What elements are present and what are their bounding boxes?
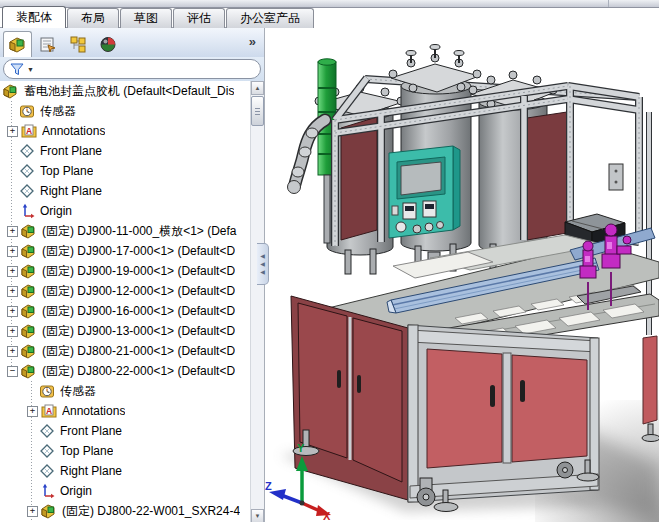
tree-item[interactable]: +(固定) DJ900-16-000<1> (Default<D (0, 301, 251, 321)
tree-item-label: (固定) DJ900-19-000<1> (Default<D (42, 263, 235, 280)
expand-icon[interactable]: + (7, 346, 18, 357)
tree-item-label: (固定) DJ900-11-000_横放<1> (Defa (42, 223, 237, 240)
tree-item-label: Front Plane (40, 144, 102, 158)
tree-item-label: Annotations (62, 404, 125, 418)
machine-model[interactable]: Y Z X (265, 0, 659, 522)
tree-item[interactable]: +(固定) DJ900-11-000_横放<1> (Defa (0, 221, 251, 241)
expand-icon[interactable]: + (7, 246, 18, 257)
tab-office-products[interactable]: 办公室产品 (226, 8, 314, 28)
tree-item[interactable]: Top Plane (0, 441, 251, 461)
tree-item-label: Top Plane (40, 164, 93, 178)
tree-item-label: Origin (60, 484, 92, 498)
expand-icon[interactable]: + (7, 226, 18, 237)
tree-item[interactable]: +(固定) DJ800-22-W001_SXR24-4 (0, 501, 251, 521)
sensor-icon (19, 103, 36, 119)
tree-item-label: Right Plane (40, 184, 102, 198)
panel-splitter-handle[interactable]: ◀◀◀ (257, 243, 269, 285)
panel-tab-bar: » (0, 28, 264, 57)
assembly-icon (21, 323, 38, 339)
triad-z-label: Z (265, 480, 272, 492)
scroll-thumb[interactable] (251, 96, 264, 126)
tree-item-label: 传感器 (60, 383, 96, 400)
tree-item[interactable]: +(固定) DJ900-12-000<1> (Default<D (0, 281, 251, 301)
control-panel[interactable] (389, 146, 460, 238)
tree-item[interactable]: Front Plane (0, 141, 251, 161)
tree-item-label: Annotations (42, 124, 105, 138)
feature-tree: 蓄电池封盖点胶机 (Default<Default_Dis传感器+AAnnota… (0, 81, 264, 522)
tree-item[interactable]: 传感器 (0, 381, 251, 401)
expand-icon[interactable]: + (7, 306, 18, 317)
plane-icon (39, 463, 56, 479)
annotations-icon: A (21, 123, 38, 139)
tree-item[interactable]: Front Plane (0, 421, 251, 441)
annotations-icon: A (41, 403, 58, 419)
tab-sketch[interactable]: 草图 (120, 8, 172, 28)
tree-item[interactable]: 传感器 (0, 101, 251, 121)
propertymanager-icon[interactable] (33, 31, 62, 57)
assembly-icon (21, 303, 38, 319)
expand-icon[interactable]: + (7, 286, 18, 297)
tab-layout[interactable]: 布局 (67, 8, 119, 28)
tree-item[interactable]: +AAnnotations (0, 121, 251, 141)
assembly-icon (21, 243, 38, 259)
assembly-icon (3, 83, 20, 99)
expand-icon[interactable]: + (7, 126, 18, 137)
featuremanager-panel: » ▼ 蓄电池封盖点胶机 (Default<Default_Dis传感器+AAn… (0, 27, 265, 522)
tree-item-label: 传感器 (40, 103, 76, 120)
tab-assembly[interactable]: 装配体 (2, 6, 66, 28)
expand-icon[interactable]: + (7, 326, 18, 337)
tree-item[interactable]: Right Plane (0, 181, 251, 201)
tree-item-label: (固定) DJ900-12-000<1> (Default<D (42, 283, 235, 300)
origin-icon (19, 203, 36, 219)
tree-item-label: Top Plane (60, 444, 113, 458)
assembly-icon (21, 223, 38, 239)
tree-scrollbar[interactable]: ▲ ▼ (250, 81, 264, 522)
assembly-icon (41, 503, 58, 519)
filter-dropdown-arrow[interactable]: ▼ (27, 66, 34, 73)
displaymanager-icon[interactable] (93, 31, 122, 57)
tree-filter-input[interactable]: ▼ (3, 59, 261, 79)
tree-item-label: (固定) DJ900-13-000<1> (Default<D (42, 323, 235, 340)
assembly-icon (21, 363, 38, 379)
scroll-up-button[interactable]: ▲ (251, 81, 264, 95)
tree-item[interactable]: +AAnnotations (0, 401, 251, 421)
expand-icon[interactable]: + (7, 266, 18, 277)
tree-item[interactable]: +(固定) DJ900-17-000<1> (Default<D (0, 241, 251, 261)
tree-item-label: Right Plane (60, 464, 122, 478)
tree-filter-row: ▼ (0, 57, 264, 81)
tree-item[interactable]: Origin (0, 201, 251, 221)
tree-item[interactable]: Top Plane (0, 161, 251, 181)
svg-text:A: A (46, 406, 52, 416)
tree-item-label: Front Plane (60, 424, 122, 438)
tree-item-label: 蓄电池封盖点胶机 (Default<Default_Dis (24, 83, 234, 100)
expand-icon[interactable]: + (27, 406, 38, 417)
solidworks-window: Y Z X 装配体布局草图评估办公室产品 (0, 0, 659, 522)
scroll-down-button[interactable]: ▼ (251, 509, 264, 522)
assembly-icon (21, 263, 38, 279)
triad-y-label: Y (297, 442, 305, 454)
graphics-area[interactable]: Y Z X (265, 0, 659, 522)
tree-item[interactable]: +(固定) DJ800-21-000<1> (Default<D (0, 341, 251, 361)
tree-item-label: Origin (40, 204, 72, 218)
featuremanager-tree-icon[interactable] (3, 31, 32, 57)
tree-rows: 蓄电池封盖点胶机 (Default<Default_Dis传感器+AAnnota… (0, 81, 251, 522)
tree-item[interactable]: 蓄电池封盖点胶机 (Default<Default_Dis (0, 81, 251, 101)
tree-item-label: (固定) DJ900-16-000<1> (Default<D (42, 303, 235, 320)
configurationmanager-icon[interactable] (63, 31, 92, 57)
collapse-icon[interactable]: − (7, 366, 18, 377)
tree-item[interactable]: +(固定) DJ900-19-000<1> (Default<D (0, 261, 251, 281)
plane-icon (39, 423, 56, 439)
plane-icon (19, 143, 36, 159)
expand-icon[interactable]: + (27, 506, 38, 517)
tab-evaluate[interactable]: 评估 (173, 8, 225, 28)
plane-icon (19, 183, 36, 199)
triad-x-label: X (323, 510, 331, 522)
commandmanager-tabs: 装配体布局草图评估办公室产品 (2, 6, 315, 28)
tree-item[interactable]: +(固定) DJ900-13-000<1> (Default<D (0, 321, 251, 341)
tree-item-label: (固定) DJ800-22-000<1> (Default<D (42, 363, 235, 380)
assembly-icon (21, 343, 38, 359)
tree-item[interactable]: −(固定) DJ800-22-000<1> (Default<D (0, 361, 251, 381)
tree-item[interactable]: Origin (0, 481, 251, 501)
panel-overflow-chevron[interactable]: » (249, 34, 256, 49)
tree-item[interactable]: Right Plane (0, 461, 251, 481)
